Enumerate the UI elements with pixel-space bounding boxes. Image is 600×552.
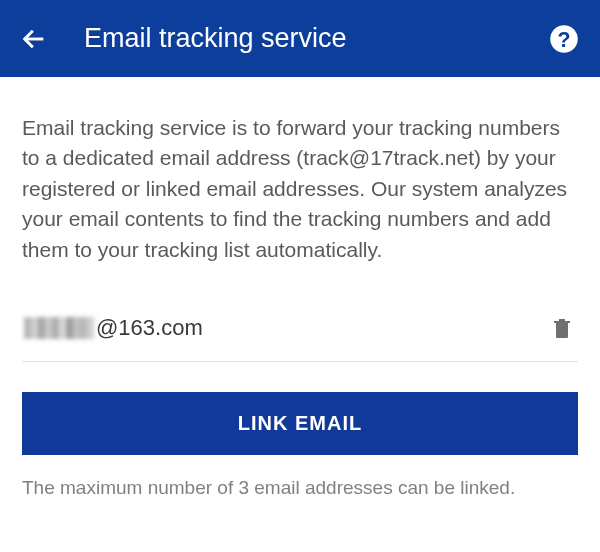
delete-email-icon[interactable] bbox=[550, 315, 576, 341]
page-content: Email tracking service is to forward you… bbox=[0, 77, 600, 499]
service-description: Email tracking service is to forward you… bbox=[22, 113, 578, 265]
svg-text:?: ? bbox=[558, 27, 571, 51]
app-header: Email tracking service ? bbox=[0, 0, 600, 77]
help-icon[interactable]: ? bbox=[548, 23, 580, 55]
email-username-redacted bbox=[24, 317, 94, 339]
linked-email-row: @163.com bbox=[22, 315, 578, 362]
linked-email-address: @163.com bbox=[24, 315, 203, 341]
link-email-button[interactable]: LINK EMAIL bbox=[22, 392, 578, 455]
max-emails-note: The maximum number of 3 email addresses … bbox=[22, 477, 578, 499]
email-domain: @163.com bbox=[96, 315, 203, 341]
page-title: Email tracking service bbox=[84, 23, 548, 54]
back-icon[interactable] bbox=[20, 25, 48, 53]
